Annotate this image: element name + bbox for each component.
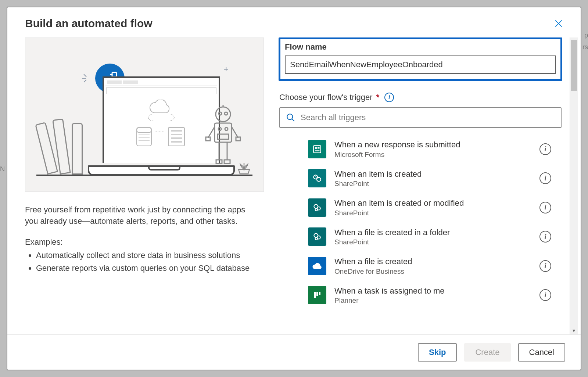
- scroll-down-icon[interactable]: ▼: [570, 327, 578, 334]
- trigger-title: When a file is created: [334, 256, 531, 267]
- svg-point-24: [287, 114, 293, 119]
- svg-line-3: [84, 74, 86, 77]
- plus-decor-icon: +: [224, 65, 229, 74]
- info-icon[interactable]: i: [384, 93, 394, 102]
- plant-illustration: [236, 158, 252, 175]
- scrollbar[interactable]: ▲ ▼: [570, 37, 578, 334]
- info-icon[interactable]: i: [539, 231, 551, 243]
- svg-point-8: [219, 112, 222, 115]
- trigger-search-box[interactable]: [279, 107, 562, 128]
- close-button[interactable]: [551, 16, 566, 31]
- svg-point-36: [315, 208, 318, 211]
- bg-fragment: N: [0, 165, 5, 173]
- info-icon[interactable]: i: [539, 172, 551, 184]
- trigger-text: When a file is created in a folderShareP…: [334, 227, 531, 247]
- flow-illustration: +: [25, 37, 264, 192]
- search-icon: [286, 113, 295, 122]
- build-automated-flow-dialog: Build an automated flow +: [7, 7, 581, 370]
- trigger-subtitle: Microsoft Forms: [334, 151, 531, 159]
- svg-rect-27: [315, 147, 317, 148]
- cancel-button[interactable]: Cancel: [518, 343, 565, 362]
- trigger-subtitle: SharePoint: [334, 238, 531, 246]
- svg-point-9: [225, 112, 227, 115]
- skip-button[interactable]: Skip: [418, 343, 457, 362]
- dialog-header: Build an automated flow: [7, 7, 581, 35]
- examples-list: Automatically collect and store data in …: [25, 249, 264, 275]
- trigger-label-text: Choose your flow's trigger: [279, 93, 373, 102]
- trigger-text: When a new response is submittedMicrosof…: [334, 140, 531, 159]
- planner-icon: [308, 286, 326, 304]
- trigger-section: Choose your flow's trigger * i When a ne…: [279, 93, 567, 310]
- flow-name-input[interactable]: [285, 55, 556, 74]
- trigger-item[interactable]: When a file is createdOneDrive for Busin…: [308, 251, 562, 281]
- dialog-footer: Skip Create Cancel: [7, 334, 581, 370]
- trigger-list: When a new response is submittedMicrosof…: [279, 134, 562, 310]
- onedrive-icon: [308, 257, 326, 275]
- trigger-title: When a file is created in a folder: [334, 227, 531, 238]
- trigger-item[interactable]: When a file is created in a folderShareP…: [308, 222, 562, 252]
- dialog-description: Free yourself from repetitive work just …: [25, 204, 260, 227]
- svg-point-14: [225, 128, 228, 130]
- create-button[interactable]: Create: [464, 343, 510, 362]
- example-item: Automatically collect and store data in …: [36, 249, 264, 261]
- trigger-item[interactable]: When a new response is submittedMicrosof…: [308, 134, 562, 164]
- svg-point-13: [218, 128, 221, 130]
- required-asterisk: *: [376, 93, 380, 102]
- info-icon[interactable]: i: [539, 289, 551, 301]
- trigger-subtitle: OneDrive for Business: [334, 268, 531, 276]
- trigger-title: When an item is created: [334, 169, 531, 179]
- svg-rect-19: [236, 137, 240, 141]
- flow-name-section: Flow name: [279, 37, 562, 81]
- trigger-title: When an item is created or modified: [334, 198, 531, 208]
- svg-rect-40: [314, 292, 316, 298]
- trigger-text: When a file is createdOneDrive for Busin…: [334, 256, 531, 276]
- info-icon[interactable]: i: [539, 202, 551, 213]
- example-item: Generate reports via custom queries on y…: [36, 262, 264, 274]
- svg-point-39: [315, 237, 318, 240]
- svg-rect-22: [216, 160, 222, 164]
- info-icon[interactable]: i: [539, 260, 551, 272]
- forms-icon: [308, 140, 326, 158]
- svg-line-16: [208, 127, 215, 138]
- svg-rect-15: [218, 134, 229, 139]
- bg-fragment: rs: [582, 43, 588, 51]
- left-column: +: [25, 37, 279, 334]
- trigger-item[interactable]: When an item is created or modifiedShare…: [308, 193, 562, 222]
- scroll-thumb[interactable]: [571, 40, 577, 91]
- svg-rect-23: [224, 160, 230, 164]
- trigger-search-input[interactable]: [301, 113, 556, 122]
- trigger-subtitle: Planner: [334, 297, 531, 305]
- svg-rect-17: [206, 137, 210, 141]
- sharepoint-icon: S: [308, 169, 326, 187]
- svg-line-18: [232, 127, 238, 138]
- svg-rect-26: [313, 146, 321, 153]
- bg-fragment: p: [584, 32, 588, 39]
- sharepoint2-icon: [308, 227, 326, 246]
- svg-point-7: [216, 107, 230, 122]
- flow-name-label: Flow name: [285, 42, 556, 52]
- trigger-title: When a task is assigned to me: [334, 286, 531, 296]
- examples-label: Examples:: [25, 237, 264, 247]
- trigger-subtitle: SharePoint: [334, 209, 531, 217]
- trigger-title: When a new response is submitted: [334, 140, 531, 150]
- info-icon[interactable]: i: [539, 143, 551, 155]
- trigger-label: Choose your flow's trigger * i: [279, 93, 562, 102]
- trigger-item[interactable]: When a task is assigned to mePlanneri: [308, 281, 562, 310]
- sharepoint2-icon: [308, 198, 326, 217]
- svg-rect-42: [319, 292, 320, 295]
- trigger-item[interactable]: SWhen an item is createdSharePointi: [308, 164, 562, 193]
- svg-text:S: S: [315, 175, 317, 179]
- right-column: Flow name Choose your flow's trigger * i…: [279, 37, 581, 334]
- trigger-text: When an item is createdSharePoint: [334, 169, 531, 188]
- dialog-body: +: [7, 35, 581, 334]
- close-icon: [554, 19, 563, 28]
- dialog-title: Build an automated flow: [25, 17, 153, 30]
- trigger-subtitle: SharePoint: [334, 180, 531, 188]
- svg-line-25: [292, 119, 294, 121]
- trigger-text: When an item is created or modifiedShare…: [334, 198, 531, 217]
- svg-rect-41: [316, 292, 318, 296]
- trigger-text: When a task is assigned to mePlanner: [334, 286, 531, 305]
- svg-point-32: [317, 177, 321, 182]
- svg-line-4: [84, 80, 86, 82]
